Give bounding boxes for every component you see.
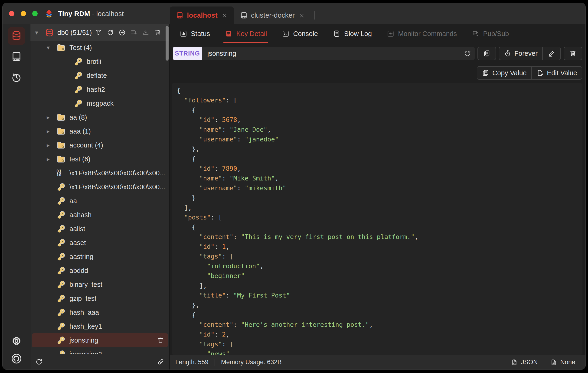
tree-item-x1f-x8b-x08-x00-x00-x00-x00[interactable]: \x1F\x8B\x08\x00\x00\x00\x00... (31, 180, 169, 194)
sort-desc-icon[interactable] (130, 29, 138, 36)
delete-key-button[interactable] (564, 47, 582, 60)
active-tab-underline (223, 42, 268, 43)
tab-slow-log[interactable]: Slow Log (333, 24, 372, 43)
tree-item-aaa-1[interactable]: ▸aaa (1) (31, 124, 169, 138)
decode-format-select[interactable]: None (550, 359, 575, 366)
tree-item-hash-aaa[interactable]: hash_aaa (31, 305, 169, 319)
tab-label: cluster-docker (251, 11, 295, 19)
monitor-pulse-icon (387, 30, 395, 38)
tree-scrollbar[interactable] (166, 26, 168, 61)
add-key-icon[interactable] (118, 29, 126, 36)
tree-item-jsonstring2[interactable]: jsonstring2 (31, 347, 169, 354)
tab-key-detail[interactable]: Key Detail (225, 24, 267, 43)
rail-item-server[interactable] (8, 48, 25, 66)
key-icon (56, 224, 66, 234)
tree-item-abddd[interactable]: abddd (31, 264, 169, 277)
refresh-icon[interactable] (107, 29, 114, 36)
tab-console[interactable]: Console (282, 24, 318, 43)
tree-item-account-4[interactable]: ▸account (4) (31, 138, 169, 152)
tree-item-aa-8[interactable]: ▸aa (8) (31, 110, 169, 124)
tree-item-label: jsonstring2 (69, 351, 102, 354)
key-icon (74, 71, 83, 80)
rename-key-button[interactable] (543, 47, 560, 60)
folder-icon (56, 127, 66, 136)
tab-monitor-commands[interactable]: Monitor Commands (387, 24, 457, 43)
caret-icon[interactable]: ▸ (47, 142, 56, 149)
close-tab-icon[interactable] (222, 12, 228, 18)
github-button[interactable] (10, 352, 23, 366)
tab-cluster-docker[interactable]: cluster-docker (234, 7, 311, 24)
tree-item-x1f-x8b-x08-x00-x00-x00-x00[interactable]: 0110\x1F\x8B\x08\x00\x00\x00\x00... (31, 166, 169, 180)
copy-key-button[interactable] (477, 47, 496, 60)
tree-item-label: aaset (69, 239, 86, 247)
rail-item-history[interactable] (8, 69, 25, 87)
tree-item-label: hash2 (87, 86, 105, 93)
trash-icon[interactable] (157, 337, 164, 344)
caret-icon[interactable]: ▾ (47, 44, 56, 51)
settings-button[interactable] (10, 335, 23, 348)
json-line: { (177, 105, 577, 115)
close-tab-icon[interactable] (299, 12, 305, 18)
folder-icon (56, 154, 66, 164)
caret-icon[interactable]: ▸ (47, 114, 56, 121)
minimize-window-button[interactable] (21, 11, 26, 16)
tree-item-test-6[interactable]: ▸test (6) (31, 152, 169, 166)
caret-icon[interactable]: ▸ (47, 156, 56, 163)
link-icon[interactable] (157, 358, 165, 366)
server-icon (176, 11, 184, 19)
tree-item-hash2[interactable]: hash2 (31, 83, 169, 96)
json-line: "username": "mikesmith" (177, 183, 577, 193)
tree-item-msgpack[interactable]: msgpack (31, 96, 169, 110)
tree-item-label: hash_aaa (69, 309, 99, 316)
caret-down-icon[interactable]: ▾ (35, 29, 45, 36)
tree-item-aa[interactable]: aa (31, 194, 169, 208)
key-name-input[interactable]: jsonstring (202, 47, 475, 60)
filter-icon[interactable] (95, 29, 102, 36)
tab-pubsub[interactable]: Pub/Sub (472, 24, 509, 43)
tree-item-label: aaa (1) (69, 128, 91, 135)
edit-value-button[interactable]: Edit Value (532, 67, 582, 79)
tree-item-label: aa (8) (69, 114, 87, 121)
connection-name: - localhost (90, 10, 124, 17)
tree-item-deflate[interactable]: deflate (31, 68, 169, 83)
window-title: Tiny RDM - localhost (58, 10, 124, 18)
json-line: { (177, 154, 577, 164)
ttl-button[interactable]: Forever (499, 47, 542, 60)
stopwatch-icon (504, 50, 511, 57)
json-viewer[interactable]: { "followers": [ { "id": 5678, "name": "… (172, 83, 582, 355)
tree-item-label: gzip_test (69, 295, 96, 302)
key-icon (56, 196, 66, 205)
database-header-row[interactable]: ▾ db0 (51/51) (31, 24, 169, 41)
server-icon (11, 51, 22, 63)
tab-localhost[interactable]: localhost (170, 7, 234, 24)
json-line: "content": "This is my very first post o… (177, 232, 577, 242)
app-logo-icon (44, 8, 54, 19)
json-line: "beginner" (177, 271, 577, 281)
tree-item-label: msgpack (87, 100, 114, 107)
statusbar: Length: 559 Memory Usage: 632B JSON None (170, 355, 586, 370)
tree-item-aalist[interactable]: aalist (31, 222, 169, 236)
tree-item-aahash[interactable]: aahash (31, 208, 169, 222)
tree-item-gzip-test[interactable]: gzip_test (31, 291, 169, 305)
delete-icon[interactable] (154, 29, 161, 36)
json-line: }, (177, 300, 577, 310)
tree-item-binary-test[interactable]: binary_test (31, 277, 169, 291)
tree-item-hash-key1[interactable]: hash_key1 (31, 319, 169, 333)
key-icon (56, 322, 66, 331)
tree-item-brotli[interactable]: brotli (31, 54, 169, 68)
zoom-window-button[interactable] (32, 11, 38, 16)
tree-item-jsonstring[interactable]: jsonstring (32, 333, 168, 347)
tab-status[interactable]: Status (179, 24, 210, 43)
reload-key-icon[interactable] (463, 50, 472, 57)
tree-item-aaset[interactable]: aaset (31, 236, 169, 250)
import-icon[interactable] (142, 29, 149, 36)
copy-value-button[interactable]: Copy Value (477, 67, 531, 79)
reload-tree-icon[interactable] (35, 358, 43, 366)
caret-icon[interactable]: ▸ (47, 128, 56, 135)
tree-item-aastring[interactable]: aastring (31, 250, 169, 264)
view-format-select[interactable]: JSON (511, 359, 538, 366)
tree-item-test-4[interactable]: ▾Test (4) (31, 41, 169, 54)
rail-item-database[interactable] (8, 27, 25, 45)
close-window-button[interactable] (9, 11, 14, 16)
key-icon (56, 252, 66, 261)
